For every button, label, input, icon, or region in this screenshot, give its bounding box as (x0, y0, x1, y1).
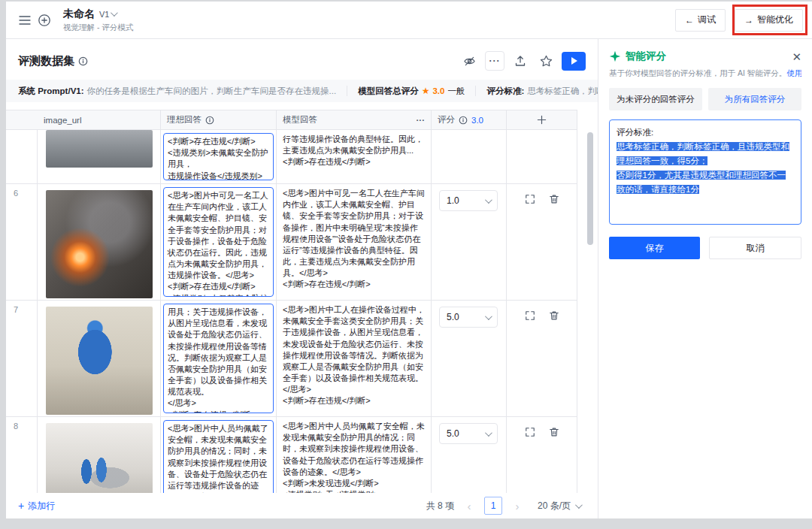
row-actions-cell (507, 301, 577, 416)
model-answer-header[interactable]: 模型回答 ··· (277, 110, 432, 129)
criteria-preview: 思考标签正确，判断标签正确，且违... (527, 86, 598, 97)
prompt-summary-bar[interactable]: 系统 Prompt/V1: 你的任务是根据生产车间的图片，判断生产车间是否存在违… (6, 80, 598, 102)
table-row: 7 用具；关于违规操作设备，从图片呈现信息看，未发现设备处于危险状态仍运行、未按… (6, 301, 577, 417)
play-icon (571, 57, 577, 65)
criteria-label: 评分标准: (486, 86, 524, 97)
row-number: 6 (6, 184, 38, 300)
score-header-value: 3.0 (471, 116, 483, 125)
manual-link[interactable]: 使用手册 (786, 68, 801, 77)
dataset-main-area: 评测数据集 ··· (6, 39, 598, 518)
page-size-select[interactable]: 20 条/页 (532, 497, 586, 515)
top-header: 未命名 V1 视觉理解 - 评分模式 ← 调试 → 智能优化 (6, 2, 812, 39)
chevron-down-icon (575, 501, 583, 509)
ideal-answer-header[interactable]: 理想回答 (161, 110, 277, 129)
divider (475, 86, 476, 96)
row-number-header (6, 110, 38, 129)
forward-arrow-icon: → (744, 15, 753, 26)
hide-columns-icon[interactable] (459, 51, 479, 71)
row-image[interactable] (46, 190, 153, 298)
score-dropdown[interactable]: 5.0 (439, 307, 498, 328)
delete-icon[interactable] (549, 427, 559, 493)
row-image[interactable] (46, 307, 153, 415)
score-cell[interactable] (432, 130, 507, 183)
smart-scoring-panel: 智能评分 ✕ 基于你对模型回答的评分标准，用于 AI 智能评分。使用手册 为未评… (598, 39, 812, 518)
add-column-header[interactable] (507, 110, 577, 129)
model-answer-cell[interactable]: <思考>图片中可见一名工人在生产车间内作业，该工人未佩戴安全帽、护目镜、安全手套… (277, 184, 432, 300)
row-image[interactable] (46, 130, 153, 168)
run-button[interactable] (562, 52, 586, 71)
total-score-level: 一般 (447, 86, 465, 97)
model-answer-cell[interactable]: <思考>图片中工人在操作设备过程中，未佩戴安全手套这类安全防护用具；关于违规操作… (277, 301, 432, 416)
sparkle-icon (609, 50, 621, 62)
close-icon[interactable]: ✕ (792, 51, 801, 62)
score-all-button[interactable]: 为所有回答评分 (708, 88, 801, 110)
more-options-icon[interactable]: ··· (485, 51, 504, 71)
expand-icon[interactable] (525, 310, 535, 416)
save-button[interactable]: 保存 (609, 237, 700, 259)
info-icon[interactable] (78, 56, 88, 66)
cancel-button[interactable]: 取消 (709, 237, 801, 259)
project-title-block: 未命名 V1 视觉理解 - 评分模式 (63, 8, 133, 33)
chevron-down-icon (111, 9, 118, 17)
version-selector[interactable]: V1 (99, 10, 116, 19)
row-actions-cell (507, 417, 577, 493)
row-image[interactable] (46, 423, 153, 493)
delete-icon[interactable] (549, 310, 559, 416)
chevron-down-icon (485, 313, 492, 320)
star-icon: ★ (422, 86, 430, 96)
next-page-icon[interactable]: › (508, 497, 526, 515)
ideal-answer-cell[interactable]: 用具；关于违规操作设备，从图片呈现信息看，未发现设备处于危险状态仍运行、未按操作… (163, 304, 274, 413)
menu-icon[interactable] (15, 11, 35, 30)
panel-title: 智能评分 (626, 50, 666, 63)
prev-page-icon[interactable]: ‹ (460, 497, 478, 515)
add-row-button[interactable]: + 添加行 (18, 500, 55, 512)
plus-icon (537, 115, 547, 125)
chevron-down-icon (485, 429, 492, 437)
criteria-text-selected: 思考标签正确，判断标签正确，且违规类型和理想回答一致，得5分； (617, 142, 789, 165)
back-arrow-icon: ← (685, 15, 694, 26)
dataset-title: 评测数据集 (18, 54, 74, 68)
project-title: 未命名 (63, 8, 95, 21)
total-score-label: 模型回答总评分 (358, 86, 419, 97)
smart-optimize-button[interactable]: → 智能优化 (735, 9, 803, 32)
upload-icon[interactable] (511, 51, 530, 71)
score-dropdown[interactable]: 5.0 (439, 423, 498, 444)
favorite-star-icon[interactable] (536, 51, 556, 71)
ideal-answer-cell[interactable]: <判断>存在违规</判断> <违规类别>未佩戴安全防护用具， 违规操作设备</违… (163, 133, 274, 180)
table-header-row: image_url 理想回答 模型回答 ··· 评分 (6, 110, 577, 130)
ideal-answer-cell[interactable]: <思考>图片中人员均佩戴了安全帽，未发现未佩戴安全防护用具的情况；同时，未观察到… (163, 420, 274, 493)
criteria-text-selected: 否则得1分，尤其是违规类型和理想回答不一致的话，请直接给1分 (617, 171, 786, 194)
ideal-answer-cell[interactable]: <思考>图片中可见一名工人在生产车间内作业，该工人未佩戴安全帽、护目镜、安全手套… (163, 187, 274, 297)
vertical-scrollbar[interactable] (587, 132, 593, 245)
image-url-header[interactable]: image_url (38, 110, 161, 129)
model-answer-cell[interactable]: 行等违规操作设备的典型特征。因此，主要违规点为未佩戴安全防护用具... <判断>… (277, 130, 432, 183)
chevron-down-icon (485, 196, 492, 204)
current-page[interactable]: 1 (484, 497, 502, 515)
info-icon (459, 116, 468, 125)
delete-icon[interactable] (549, 194, 559, 300)
table-row: 6 <思考>图片中可见一名工人在生产车间内作业，该工人未佩戴安全帽、护目镜、安全… (6, 184, 577, 301)
score-unscored-button[interactable]: 为未评分的回答评分 (609, 88, 702, 110)
table-footer: + 添加行 共 8 项 ‹ 1 › 20 条/页 (6, 493, 598, 518)
row-actions-cell (507, 130, 577, 183)
debug-button[interactable]: ← 调试 (675, 9, 726, 32)
system-prompt-preview: 你的任务是根据生产车间的图片，判断生产车间是否存在违规操... (87, 86, 337, 97)
panel-description: 基于你对模型回答的评分标准，用于 AI 智能评分。 (609, 68, 786, 77)
score-header[interactable]: 评分 3.0 (432, 110, 507, 129)
score-dropdown[interactable]: 1.0 (439, 190, 498, 211)
breadcrumb: 视觉理解 - 评分模式 (63, 23, 133, 33)
info-icon (205, 116, 214, 125)
expand-icon[interactable] (525, 427, 535, 493)
row-number: 7 (6, 301, 38, 416)
app-window: 未命名 V1 视觉理解 - 评分模式 ← 调试 → 智能优化 (6, 2, 812, 518)
criteria-textarea[interactable]: 评分标准: 思考标签正确，判断标签正确，且违规类型和理想回答一致，得5分； 否则… (609, 119, 801, 225)
total-score-value: 3.0 (432, 86, 444, 95)
model-answer-cell[interactable]: <思考>图片中人员均佩戴了安全帽，未发现未佩戴安全防护用具的情况；同时，未观察到… (277, 417, 432, 493)
total-count: 共 8 项 (426, 500, 454, 512)
dataset-toolbar: 评测数据集 ··· (6, 39, 598, 78)
expand-icon[interactable] (525, 194, 535, 300)
column-more-icon[interactable]: ··· (417, 116, 426, 125)
table-row: <判断>存在违规</判断> <违规类别>未佩戴安全防护用具， 违规操作设备</违… (6, 130, 577, 184)
circle-plus-icon[interactable] (35, 11, 54, 30)
criteria-field-label: 评分标准: (617, 125, 794, 140)
